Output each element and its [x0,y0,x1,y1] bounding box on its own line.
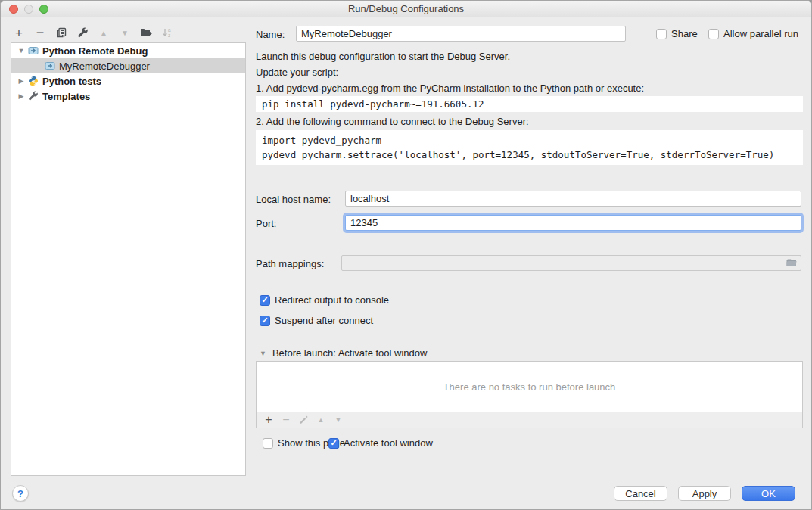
path-mappings-field[interactable] [341,255,801,271]
new-folder-icon[interactable] [140,26,152,39]
remove-icon[interactable]: − [34,26,46,39]
tree-item-python-tests[interactable]: ▶ Python tests [11,73,245,89]
remove-task-icon[interactable]: − [281,415,291,425]
instruction-step-2: 2. Add the following command to connect … [256,114,529,129]
add-icon[interactable]: + [13,26,25,39]
redirect-output-option[interactable]: Redirect output to console [260,294,389,306]
add-task-icon[interactable]: + [263,415,274,425]
svg-text:z: z [168,33,170,38]
remote-debug-icon [44,61,55,71]
share-option[interactable]: Share [656,28,698,39]
activate-tool-window-label: Activate tool window [344,437,433,449]
apply-button[interactable]: Apply [678,486,731,501]
local-host-name-label: Local host name: [256,194,331,205]
window-title: Run/Debug Configurations [348,3,464,14]
suspend-after-connect-option[interactable]: Suspend after connect [260,315,373,326]
before-launch-section-header[interactable]: ▼ Before launch: Activate tool window [260,347,801,359]
share-label: Share [671,28,698,39]
configuration-editor: Name: Share Allow parallel run Launch th… [256,17,803,476]
activate-tool-window-option[interactable]: Activate tool window [328,437,433,449]
chevron-down-icon[interactable]: ▼ [17,47,25,54]
tree-item-templates[interactable]: ▶ Templates [11,89,245,104]
chevron-right-icon[interactable]: ▶ [17,77,25,85]
name-label: Name: [256,29,285,40]
settrace-code: import pydevd_pycharm pydevd_pycharm.set… [256,130,803,165]
chevron-down-icon[interactable]: ▼ [260,350,266,357]
edit-task-pencil-icon[interactable] [298,415,309,425]
local-host-name-input[interactable] [345,191,801,207]
before-launch-task-list[interactable]: There are no tasks to run before launch [256,361,803,412]
settrace-code-line-2: pydevd_pycharm.settrace('localhost', por… [262,149,774,160]
move-task-up-icon[interactable]: ▲ [316,415,326,425]
redirect-output-checkbox[interactable] [260,295,270,306]
show-this-page-checkbox[interactable] [263,438,273,449]
settrace-code-line-1: import pydevd_pycharm [262,135,381,146]
copy-icon[interactable] [55,26,67,39]
instruction-line-2: Update your script: [256,64,338,80]
close-window-button[interactable] [9,5,18,14]
allow-parallel-run-label: Allow parallel run [723,28,798,39]
move-task-down-icon[interactable]: ▼ [333,415,344,425]
chevron-right-icon[interactable]: ▶ [17,92,25,100]
run-debug-configurations-dialog: Run/Debug Configurations + − ▲ ▼ az ▼ Py… [0,0,812,510]
configurations-toolbar: + − ▲ ▼ az [13,25,173,40]
python-icon [27,76,39,86]
ok-button[interactable]: OK [742,486,795,501]
empty-task-list-text: There are no tasks to run before launch [257,362,802,412]
port-input[interactable] [345,215,801,231]
suspend-after-connect-checkbox[interactable] [260,316,270,326]
allow-parallel-run-checkbox[interactable] [708,29,719,39]
move-up-icon[interactable]: ▲ [98,26,110,39]
configurations-tree: ▼ Python Remote Debug MyRemoteDebugger ▶… [11,42,246,476]
before-launch-toolbar: + − ▲ ▼ [256,412,803,428]
share-checkbox[interactable] [656,29,667,39]
sort-alphabetically-icon[interactable]: az [161,26,173,39]
help-button[interactable]: ? [12,485,29,502]
activate-tool-window-checkbox[interactable] [328,438,339,449]
before-launch-title: Before launch: Activate tool window [272,347,428,359]
instruction-line-1: Launch this debug configuration to start… [256,48,510,64]
zoom-window-button[interactable] [39,5,48,14]
edit-templates-wrench-icon[interactable] [76,26,89,39]
allow-parallel-run-option[interactable]: Allow parallel run [708,28,798,39]
section-rule [433,353,801,353]
wrench-icon [27,91,39,101]
cancel-button[interactable]: Cancel [614,486,667,501]
redirect-output-label: Redirect output to console [275,294,389,306]
suspend-after-connect-label: Suspend after connect [275,315,373,326]
remote-debug-icon [27,45,39,56]
tree-item-python-remote-debug[interactable]: ▼ Python Remote Debug [11,43,245,58]
move-down-icon[interactable]: ▼ [119,26,131,39]
name-input[interactable] [296,26,626,42]
minimize-window-button[interactable] [24,5,33,14]
svg-text:a: a [168,27,171,33]
port-label: Port: [256,218,276,229]
pip-install-code: pip install pydevd-pycharm~=191.6605.12 [256,96,803,112]
folder-icon[interactable] [786,258,798,268]
tree-item-myremotedebugger[interactable]: MyRemoteDebugger [11,58,245,73]
path-mappings-label: Path mappings: [256,258,324,269]
title-bar: Run/Debug Configurations [1,1,811,17]
instruction-step-1: 1. Add pydevd-pycharm.egg from the PyCha… [256,80,644,96]
